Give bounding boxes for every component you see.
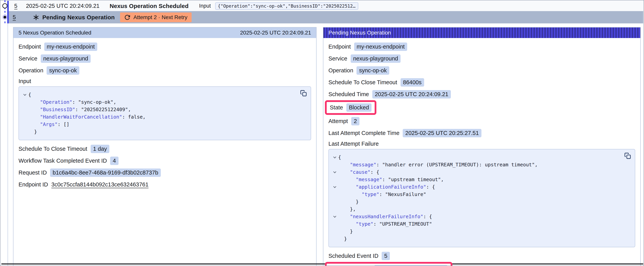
code-line: } xyxy=(331,198,621,205)
asterisk-icon xyxy=(33,14,39,21)
chevron-down-icon[interactable] xyxy=(23,93,26,96)
code-line: "Args": [] xyxy=(21,121,297,128)
field-operation: Operation sync-op-ok xyxy=(18,66,311,75)
field-value-chip: 4 xyxy=(110,157,118,165)
field-schedule-to-close-timeout: Schedule To Close Timeout 1 day xyxy=(18,144,311,153)
code-line: "HandlerWaitForCancellation": false, xyxy=(21,113,297,121)
field-label: Attempt xyxy=(328,118,348,124)
field-endpoint: Endpoint my-nexus-endpoint xyxy=(18,42,311,51)
code-line: } xyxy=(21,128,297,136)
event-input-preview: {"Operation":"sync-op-ok","BusinessID":"… xyxy=(215,2,358,10)
field-label: Last Attempt Complete Time xyxy=(328,130,400,136)
copy-icon xyxy=(624,152,631,159)
code-line: { xyxy=(331,154,621,161)
field-value-chip: sync-op-ok xyxy=(356,66,389,75)
chevron-down-icon[interactable] xyxy=(333,215,336,218)
right-panel-body: Endpoint my-nexus-endpoint Service nexus… xyxy=(323,38,640,266)
field-last-attempt-complete-time: Last Attempt Complete Time 2025-02-25 UT… xyxy=(328,129,635,137)
field-label: Workflow Task Completed Event ID xyxy=(18,158,107,164)
highlight-blocked-reason: Blocked Reason The circuit breaker is op… xyxy=(325,262,452,266)
pending-event-title: Pending Nexus Operation xyxy=(42,14,114,21)
field-value-chip: 1 day xyxy=(91,145,110,153)
code-line: "message": "handler error (UPSTREAM_TIME… xyxy=(331,161,621,168)
expanded-container-border xyxy=(8,24,8,266)
field-value-chip: my-nexus-endpoint xyxy=(354,43,407,51)
field-endpoint: Endpoint my-nexus-endpoint xyxy=(328,42,635,51)
highlight-state: State Blocked xyxy=(325,100,376,115)
left-panel-timestamp: 2025-02-25 UTC 20:24:09.21 xyxy=(240,30,311,36)
event-row-pending-nexus-operation[interactable]: 5 Pending Nexus Operation Attempt 2 · Ne… xyxy=(9,11,643,24)
code-line: "message": "upstream timeout", xyxy=(331,176,621,183)
pending-event-id-link[interactable]: 5 xyxy=(13,14,16,21)
field-value-chip: 2 xyxy=(351,117,360,125)
field-label: Request ID xyxy=(18,169,47,176)
copy-button[interactable] xyxy=(624,152,631,159)
field-label: Service xyxy=(18,55,38,62)
field-endpoint-id: Endpoint ID 3c0c75ccfa8144b092c13ce63246… xyxy=(18,180,311,189)
failure-json-viewer: { "message": "handler error (UPSTREAM_TI… xyxy=(328,149,635,247)
field-label: Scheduled Time xyxy=(328,91,369,98)
field-operation: Operation sync-op-ok xyxy=(328,66,635,75)
field-label: Service xyxy=(328,55,347,62)
state-value-chip: Blocked xyxy=(346,103,372,112)
chevron-down-icon[interactable] xyxy=(333,185,336,188)
event-title: Nexus Operation Scheduled xyxy=(110,3,188,9)
input-code-label: Input xyxy=(18,78,311,84)
field-schedule-to-close-timeout: Schedule To Close Timeout 86400s xyxy=(328,78,635,87)
field-value-chip: my-nexus-endpoint xyxy=(44,43,98,51)
event-marker-open-icon xyxy=(2,3,8,9)
field-label: Operation xyxy=(18,67,43,74)
event-id-link[interactable]: 5 xyxy=(14,3,17,9)
failure-code-label: Last Attempt Failure xyxy=(328,141,635,147)
field-label: Endpoint xyxy=(18,44,41,50)
endpoint-id-link[interactable]: 3c0c75ccfa8144b092c13ce632463761 xyxy=(52,181,148,188)
timeline-accent-bar xyxy=(7,1,9,24)
copy-button[interactable] xyxy=(300,90,307,97)
code-line: "type": "UPSTREAM_TIMEOUT" xyxy=(331,220,621,228)
field-value-chip: 86400s xyxy=(400,78,424,87)
field-value-chip: 2025-02-25 UTC 20:24:09.21 xyxy=(372,90,451,99)
field-label: Schedule To Close Timeout xyxy=(18,146,87,152)
code-line: "applicationFailureInfo": { xyxy=(331,183,621,191)
panel-nexus-operation-scheduled: 5 Nexus Operation Scheduled 2025-02-25 U… xyxy=(13,27,316,266)
right-panel-title: Pending Nexus Operation xyxy=(328,30,391,36)
field-label: Endpoint xyxy=(328,44,351,50)
field-scheduled-event-id: Scheduled Event ID 5 xyxy=(328,251,635,260)
field-label: Scheduled Event ID xyxy=(328,253,378,259)
field-value-chip: 2025-02-25 UTC 20:25:27.51 xyxy=(403,129,481,137)
field-scheduled-time: Scheduled Time 2025-02-25 UTC 20:24:09.2… xyxy=(328,90,635,99)
chevron-down-icon[interactable] xyxy=(333,155,336,159)
field-value-chip: nexus-playground xyxy=(41,54,91,63)
input-json-viewer: { "Operation": "sync-op-ok", "BusinessID… xyxy=(18,86,311,140)
code-line: { xyxy=(21,91,297,99)
event-timestamp: 2025-02-25 UTC 20:24:09.21 xyxy=(26,3,100,9)
copy-icon xyxy=(300,90,307,97)
field-workflow-task-completed-event-id: Workflow Task Completed Event ID 4 xyxy=(18,156,311,165)
code-line: } xyxy=(331,235,621,242)
panel-pending-nexus-operation: Pending Nexus Operation Endpoint my-nexu… xyxy=(323,27,641,266)
field-request-id: Request ID b1c6a4bc-8ee7-468a-9169-df3b0… xyxy=(18,168,311,177)
chevron-down-icon[interactable] xyxy=(333,170,336,173)
left-panel-body: Endpoint my-nexus-endpoint Service nexus… xyxy=(14,38,316,196)
field-value-chip: sync-op-ok xyxy=(46,66,79,75)
left-panel-header: 5 Nexus Operation Scheduled 2025-02-25 U… xyxy=(14,28,316,38)
field-label: Operation xyxy=(328,67,353,74)
field-value-chip: 5 xyxy=(382,252,390,260)
code-line: } xyxy=(331,228,621,235)
event-input-summary: Input {"Operation":"sync-op-ok","Busines… xyxy=(199,2,358,10)
right-panel-header: Pending Nexus Operation xyxy=(323,28,640,38)
event-input-label: Input xyxy=(199,3,211,9)
section-divider-line xyxy=(1,263,643,264)
field-label: State xyxy=(330,104,343,111)
workflow-event-detail-view: 5 2025-02-25 UTC 20:24:09.21 Nexus Opera… xyxy=(0,0,644,266)
left-panel-title: 5 Nexus Operation Scheduled xyxy=(18,30,92,36)
retry-icon xyxy=(124,15,130,20)
field-attempt: Attempt 2 xyxy=(328,117,635,125)
code-line: "type": "NexusFailure" xyxy=(331,191,621,198)
code-line: "cause": { xyxy=(331,168,621,176)
code-line: "Operation": "sync-op-ok", xyxy=(21,99,297,106)
code-line: "nexusHandlerFailureInfo": { xyxy=(331,213,621,220)
attempt-retry-badge: Attempt 2 · Next Retry xyxy=(120,13,192,22)
event-row-nexus-operation-scheduled[interactable]: 5 2025-02-25 UTC 20:24:09.21 Nexus Opera… xyxy=(9,1,643,11)
code-line: }, xyxy=(331,205,621,213)
